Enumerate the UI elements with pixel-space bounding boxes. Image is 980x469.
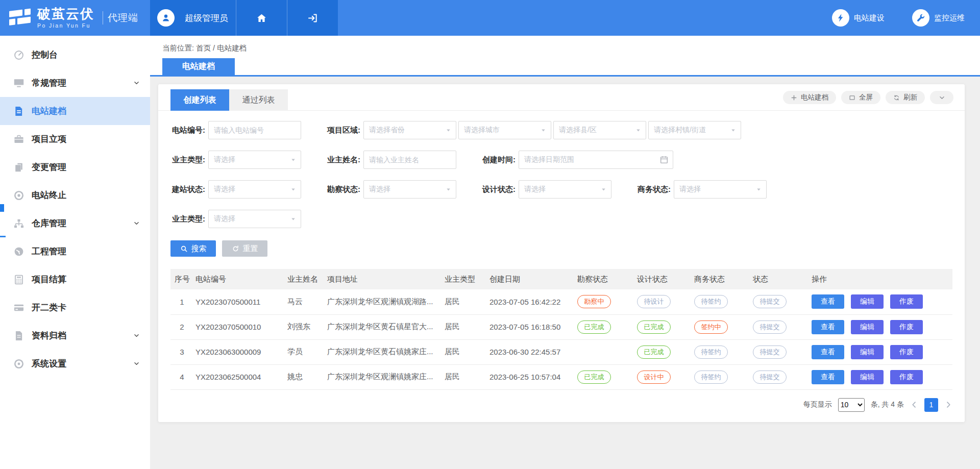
station-code-input-group: 电站编号:: [170, 121, 301, 139]
home-button[interactable]: [236, 0, 287, 36]
void-button[interactable]: 作废: [890, 370, 923, 384]
edit-button[interactable]: 编辑: [851, 294, 884, 309]
settings-icon: [13, 358, 24, 369]
sidebar-item-project-settlement[interactable]: 项目结算: [0, 265, 150, 293]
collapse-panel-button[interactable]: [930, 91, 953, 104]
void-button[interactable]: 作废: [890, 294, 923, 309]
caret-down-icon: [755, 186, 762, 193]
view-button[interactable]: 查看: [812, 370, 844, 384]
prev-page-button[interactable]: [910, 401, 918, 409]
sidebar-item-warehouse-management[interactable]: 仓库管理: [0, 209, 150, 237]
cell-index: 2: [170, 314, 193, 339]
cell-status: 待提交: [751, 339, 810, 364]
filter-label: 业主类型:: [170, 155, 205, 165]
logout-button[interactable]: [287, 0, 338, 36]
cell-status: 待提交: [751, 314, 810, 339]
calendar-icon: [659, 155, 669, 164]
breadcrumb-path[interactable]: 首页 / 电站建档: [196, 44, 247, 52]
city-select[interactable]: 请选择城市: [458, 121, 551, 139]
status-badge: 已完成: [637, 320, 671, 334]
monitoring-ops-link[interactable]: 监控运维: [912, 9, 965, 27]
per-page-label: 每页显示: [803, 400, 832, 409]
user-menu[interactable]: 超级管理员: [150, 0, 236, 36]
tab-approved-list[interactable]: 通过列表: [229, 89, 288, 111]
void-button[interactable]: 作废: [890, 345, 923, 359]
sidebar-item-engineering-management[interactable]: 工程管理: [0, 237, 150, 265]
cell-owner-name: 姚忠: [285, 364, 325, 389]
station-code-input[interactable]: [208, 121, 301, 139]
app-title: 破茧云伏: [37, 7, 94, 21]
village-select[interactable]: 请选择村镇/街道: [648, 121, 741, 139]
avatar: [157, 9, 175, 27]
void-button[interactable]: 作废: [890, 320, 923, 334]
village-select-group: 请选择村镇/街道: [648, 121, 741, 139]
filter-label: 商务状态:: [636, 185, 671, 194]
sidebar-item-project-initiation[interactable]: 项目立项: [0, 125, 150, 153]
cell-station-code: YX2023070500010: [193, 314, 285, 339]
sidebar-item-station-termination[interactable]: 电站终止: [0, 181, 150, 209]
current-page-button[interactable]: 1: [924, 398, 938, 412]
cell-survey-status: 已完成: [575, 314, 635, 339]
business-status-select[interactable]: 请选择: [674, 180, 767, 199]
cell-owner-type: 居民: [443, 314, 487, 339]
list-panel: 创建列表通过列表 电站建档全屏刷新 电站编号:项目区域:请选择省份请选择城市请选…: [158, 84, 965, 422]
breadcrumb-label: 当前位置:: [162, 44, 194, 52]
gauge-icon: [13, 246, 24, 257]
owner-type-select-2[interactable]: 请选择: [208, 210, 301, 228]
sidebar-item-console[interactable]: 控制台: [0, 41, 150, 69]
sidebar-item-system-settings[interactable]: 系统设置: [0, 350, 150, 378]
next-page-button[interactable]: [944, 401, 952, 409]
view-button[interactable]: 查看: [812, 320, 844, 334]
page-tab[interactable]: 电站建档: [162, 58, 235, 75]
sidebar-item-class2-card[interactable]: 开二类卡: [0, 293, 150, 322]
province-select[interactable]: 请选择省份: [363, 121, 456, 139]
view-button[interactable]: 查看: [812, 345, 844, 359]
province-select-group: 项目区域:请选择省份: [326, 121, 456, 139]
caret-down-icon: [290, 157, 297, 163]
cell-actions: 查看编辑作废: [810, 314, 952, 339]
filter-label: 创建时间:: [481, 155, 516, 165]
divider: [103, 11, 103, 24]
user-block: 超级管理员: [150, 0, 338, 36]
edit-button[interactable]: 编辑: [851, 345, 884, 359]
logo-icon: [8, 8, 32, 28]
edit-button[interactable]: 编辑: [851, 370, 884, 384]
cell-index: 3: [170, 339, 193, 364]
table-header-row: 序号电站编号业主姓名项目地址业主类型创建日期勘察状态设计状态商务状态状态操作: [170, 269, 952, 289]
create-station-file-button[interactable]: 电站建档: [783, 91, 836, 104]
sidebar-item-data-archiving[interactable]: 资料归档: [0, 322, 150, 350]
survey-status-select-group: 勘察状态:请选择: [326, 180, 456, 199]
filter-form: 电站编号:项目区域:请选择省份请选择城市请选择县/区请选择村镇/街道业主类型:请…: [158, 111, 965, 228]
sidebar-item-general-management[interactable]: 常规管理: [0, 69, 150, 97]
chevron-down-icon: [133, 332, 140, 339]
edit-button[interactable]: 编辑: [851, 320, 884, 334]
tab-create-list[interactable]: 创建列表: [170, 89, 229, 111]
reset-button[interactable]: 重置: [222, 240, 267, 257]
page-size-select[interactable]: 10: [838, 398, 865, 412]
person-icon: [161, 13, 171, 23]
fullscreen-button[interactable]: 全屏: [841, 91, 880, 104]
build-status-select[interactable]: 请选择: [208, 180, 301, 199]
search-button[interactable]: 搜索: [170, 240, 216, 257]
owner-type-select[interactable]: 请选择: [208, 151, 301, 169]
cell-design-status: 已完成: [635, 314, 692, 339]
survey-status-select[interactable]: 请选择: [363, 180, 456, 199]
sidebar-item-station-filing[interactable]: 电站建档: [0, 97, 150, 125]
view-button[interactable]: 查看: [812, 294, 844, 309]
refresh-button[interactable]: 刷新: [886, 91, 925, 104]
station-construction-link[interactable]: 电站建设: [832, 9, 885, 27]
cell-business-status: 待签约: [692, 289, 751, 314]
owner-name-input[interactable]: [363, 151, 456, 169]
sidebar-item-change-management[interactable]: 变更管理: [0, 153, 150, 181]
copy-icon: [13, 162, 24, 173]
create-time-range-picker[interactable]: 请选择日期范围: [519, 151, 673, 169]
lightning-icon-circle: [832, 9, 849, 27]
filter-label: 勘察状态:: [326, 185, 360, 194]
design-status-select[interactable]: 请选择: [519, 180, 611, 199]
column-header: 商务状态: [692, 269, 751, 289]
district-select[interactable]: 请选择县/区: [553, 121, 646, 139]
status-badge: 待签约: [694, 371, 728, 384]
caret-down-icon: [290, 186, 297, 193]
cell-created: 2023-07-05 16:18:50: [487, 314, 575, 339]
logout-icon: [307, 13, 318, 23]
